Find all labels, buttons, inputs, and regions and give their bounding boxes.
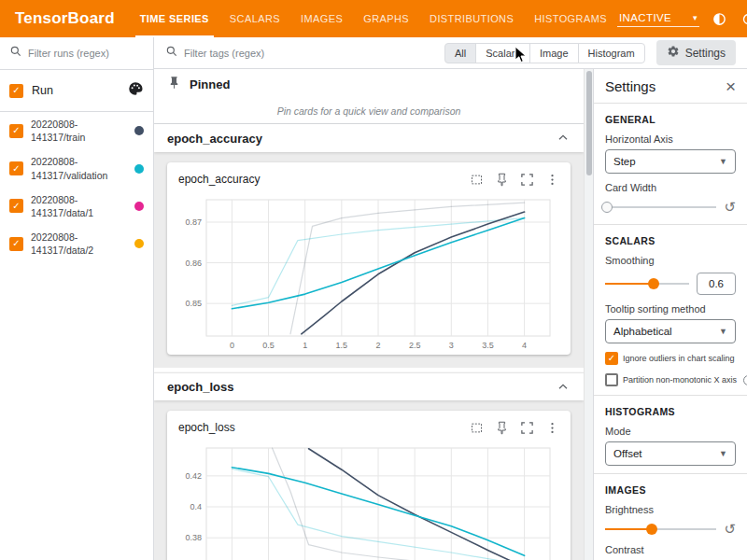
svg-text:4: 4 — [522, 341, 527, 350]
tooltip-sorting-value: Alphabetical — [613, 326, 672, 337]
settings-button[interactable]: Settings — [656, 40, 736, 65]
section-header-epoch-accuracy[interactable]: epoch_accuracy — [154, 124, 584, 152]
tab-distributions[interactable]: DISTRIBUTIONS — [419, 0, 524, 37]
tooltip-sorting-select[interactable]: Alphabetical ▼ — [605, 319, 736, 343]
gear-icon — [667, 45, 680, 61]
run-list-item[interactable]: 20220808-141317/validation — [0, 149, 153, 187]
card-area: epoch_accuracy 00.511.522.533 — [154, 152, 584, 368]
card-title: epoch_accuracy — [178, 173, 260, 186]
divider — [594, 224, 747, 225]
svg-text:0: 0 — [230, 341, 234, 350]
ignore-outliers-label: Ignore outliers in chart scaling — [623, 354, 735, 363]
scalar-card-epoch-loss: epoch_loss 00.511.522.533.540 — [167, 411, 571, 560]
ignore-outliers-row[interactable]: Ignore outliers in chart scaling — [605, 352, 736, 365]
fit-domain-icon[interactable] — [469, 420, 484, 435]
fit-domain-icon[interactable] — [469, 172, 484, 187]
card-actions — [469, 420, 559, 435]
pinned-section-header: Pinned — [154, 69, 584, 99]
scrollbar-thumb[interactable] — [586, 71, 592, 175]
line-chart-epoch-loss[interactable]: 00.511.522.533.540.360.380.40.42 — [175, 439, 563, 560]
more-options-icon[interactable] — [544, 420, 559, 435]
app-header: TensorBoard TIME SERIES SCALARS IMAGES G… — [0, 0, 747, 37]
svg-text:1: 1 — [303, 341, 307, 350]
pin-card-icon[interactable] — [494, 172, 509, 187]
contrast-label: Contrast — [605, 544, 736, 555]
horizontal-axis-label: Horizontal Axis — [605, 133, 736, 145]
smoothing-label: Smoothing — [605, 255, 736, 266]
reset-icon[interactable]: ↺ — [724, 200, 736, 214]
card-header: epoch_loss — [175, 418, 563, 439]
svg-text:0.38: 0.38 — [185, 533, 202, 542]
section-header-epoch-loss[interactable]: epoch_loss — [154, 372, 584, 400]
horizontal-axis-select[interactable]: Step ▼ — [605, 149, 736, 174]
run-checkbox[interactable] — [9, 237, 23, 251]
fullscreen-icon[interactable] — [519, 172, 534, 187]
tab-time-series[interactable]: TIME SERIES — [130, 0, 219, 37]
chevron-down-icon: ▼ — [719, 327, 727, 336]
run-list-item[interactable]: 20220808-141317/data/2 — [0, 225, 153, 262]
theme-toggle-icon[interactable] — [712, 10, 728, 27]
tab-graphs[interactable]: GRAPHS — [353, 0, 419, 37]
chip-all[interactable]: All — [444, 43, 476, 63]
svg-text:0.4: 0.4 — [190, 502, 202, 511]
run-color-dot — [134, 126, 144, 135]
tags-toolbar: All Scalars Image Histogram Settings — [154, 37, 747, 69]
run-checkbox[interactable] — [9, 124, 23, 138]
chip-scalars[interactable]: Scalars — [475, 43, 530, 63]
palette-icon[interactable] — [127, 80, 144, 101]
tooltip-sorting-label: Tooltip sorting method — [605, 303, 736, 315]
pinned-hint-text: Pin cards for a quick view and compariso… — [154, 99, 584, 124]
brightness-row: ↺ — [605, 522, 736, 536]
runs-filter-input[interactable] — [28, 48, 144, 59]
fullscreen-icon[interactable] — [519, 420, 534, 435]
svg-text:3.5: 3.5 — [482, 341, 494, 350]
partition-x-checkbox[interactable] — [605, 373, 618, 386]
section-title: epoch_loss — [167, 380, 234, 394]
chevron-up-icon[interactable] — [556, 131, 571, 146]
tags-filter-input[interactable] — [184, 48, 329, 59]
main-nav: TIME SERIES SCALARS IMAGES GRAPHS DISTRI… — [130, 0, 617, 37]
reset-icon[interactable]: ↺ — [724, 522, 736, 536]
chip-histogram[interactable]: Histogram — [578, 43, 645, 63]
chip-image[interactable]: Image — [529, 43, 579, 63]
divider — [594, 473, 747, 474]
brightness-slider[interactable] — [605, 523, 716, 536]
card-width-label: Card Width — [605, 182, 736, 193]
select-all-runs-checkbox[interactable] — [9, 84, 23, 98]
svg-text:2: 2 — [375, 341, 380, 350]
refresh-icon[interactable] — [740, 10, 747, 27]
run-label: 20220808-141317/train — [31, 118, 127, 144]
card-header: epoch_accuracy — [175, 170, 563, 190]
pin-card-icon[interactable] — [494, 420, 509, 435]
scalar-card-epoch-accuracy: epoch_accuracy 00.511.522.533 — [167, 162, 571, 355]
close-icon[interactable]: × — [726, 77, 736, 95]
pinned-title: Pinned — [190, 77, 230, 91]
run-list-item[interactable]: 20220808-141317/data/1 — [0, 188, 153, 225]
partition-x-row[interactable]: Partition non-monotonic X axis i — [605, 373, 736, 386]
histogram-mode-label: Mode — [605, 426, 736, 437]
card-width-slider[interactable] — [605, 201, 716, 214]
smoothing-slider[interactable] — [605, 277, 689, 290]
brightness-label: Brightness — [605, 504, 736, 515]
smoothing-value-input[interactable]: 0.6 — [697, 273, 736, 295]
more-options-icon[interactable] — [544, 172, 559, 187]
ignore-outliers-checkbox[interactable] — [605, 352, 618, 365]
run-list-item[interactable]: 20220808-141317/train — [0, 112, 153, 149]
chevron-up-icon[interactable] — [556, 380, 571, 395]
histogram-mode-select[interactable]: Offset ▼ — [605, 441, 736, 466]
search-icon — [9, 45, 22, 62]
run-color-dot — [134, 164, 144, 174]
svg-text:1.5: 1.5 — [336, 341, 348, 350]
run-checkbox[interactable] — [9, 199, 23, 213]
info-icon: i — [743, 375, 747, 385]
tab-scalars[interactable]: SCALARS — [219, 0, 290, 37]
tab-histograms[interactable]: HISTOGRAMS — [524, 0, 617, 37]
tab-images[interactable]: IMAGES — [290, 0, 353, 37]
run-checkbox[interactable] — [9, 161, 23, 175]
reload-status-dropdown[interactable]: INACTIVE ▾ — [617, 10, 699, 27]
run-color-dot — [134, 202, 144, 211]
vertical-scrollbar[interactable] — [584, 69, 593, 560]
smoothing-row: 0.6 — [605, 273, 736, 295]
run-label: 20220808-141317/validation — [31, 155, 127, 181]
line-chart-epoch-accuracy[interactable]: 00.511.522.533.540.850.860.87 — [175, 190, 563, 353]
